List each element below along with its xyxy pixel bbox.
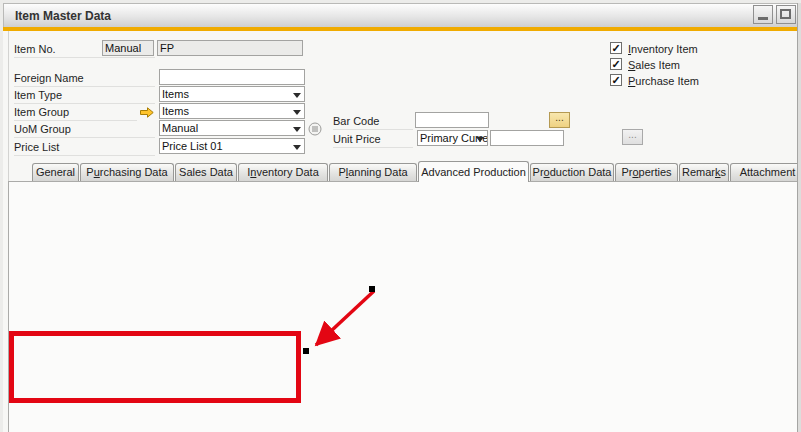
- tab-attachment[interactable]: Attachment: [730, 163, 801, 181]
- unit-price-label: Unit Price: [333, 133, 413, 148]
- minimize-icon: [758, 17, 768, 20]
- foreign-name-input[interactable]: [159, 69, 305, 85]
- annotation-handle[interactable]: [303, 348, 309, 354]
- tab-purchasing-data[interactable]: Purchasing Data: [80, 163, 174, 181]
- item-group-select[interactable]: Items: [159, 103, 305, 119]
- tab-inventory-data[interactable]: Inventory Data: [238, 163, 328, 181]
- maximize-icon: [780, 9, 791, 19]
- maximize-button[interactable]: [776, 5, 796, 24]
- tab-remarks[interactable]: Remarks: [679, 163, 729, 181]
- purchase-item-label: Purchase Item: [628, 75, 699, 87]
- item-no-mode-field[interactable]: Manual: [102, 40, 154, 56]
- unit-price-currency-select[interactable]: Primary Curre: [417, 130, 488, 146]
- item-no-field[interactable]: FP: [157, 40, 303, 56]
- tab-planning-data[interactable]: Planning Data: [329, 163, 417, 181]
- tab-production-data[interactable]: Production Data: [530, 163, 614, 181]
- uom-group-label: UoM Group: [14, 123, 155, 138]
- uom-list-icon[interactable]: [308, 122, 322, 136]
- unit-price-input[interactable]: [490, 130, 564, 146]
- unit-price-browse-button[interactable]: ...: [622, 129, 643, 145]
- item-type-label: Item Type: [14, 89, 155, 104]
- sales-item-label: Sales Item: [628, 59, 680, 71]
- purchase-item-checkbox[interactable]: [610, 74, 622, 86]
- inventory-item-checkbox[interactable]: [610, 42, 622, 54]
- title-bar[interactable]: Item Master Data: [3, 3, 799, 27]
- item-group-label: Item Group: [14, 106, 137, 121]
- sales-item-checkbox[interactable]: [610, 58, 622, 70]
- bar-code-browse-button[interactable]: ...: [549, 112, 570, 128]
- tab-properties[interactable]: Properties: [615, 163, 678, 181]
- minimize-button[interactable]: [753, 5, 773, 24]
- tab-content-panel: [8, 181, 801, 432]
- uom-group-select[interactable]: Manual: [159, 120, 305, 136]
- tab-advanced-production[interactable]: Advanced Production: [418, 161, 529, 182]
- bar-code-label: Bar Code: [333, 115, 413, 130]
- item-type-select[interactable]: Items: [159, 86, 305, 102]
- foreign-name-label: Foreign Name: [14, 72, 155, 87]
- item-master-data-window: Item Master Data Item No. Manual FP Fore…: [0, 0, 801, 432]
- tab-general[interactable]: General: [32, 163, 79, 181]
- inventory-item-label: Inventory Item: [628, 43, 698, 55]
- price-list-select[interactable]: Price List 01: [159, 138, 305, 154]
- tab-sales-data[interactable]: Sales Data: [175, 163, 237, 181]
- price-list-label: Price List: [14, 141, 155, 156]
- window-right-frame: [797, 3, 801, 432]
- bar-code-input[interactable]: [415, 112, 489, 128]
- window-title: Item Master Data: [15, 9, 111, 23]
- link-arrow-icon[interactable]: [140, 107, 154, 118]
- annotation-handle[interactable]: [369, 286, 375, 292]
